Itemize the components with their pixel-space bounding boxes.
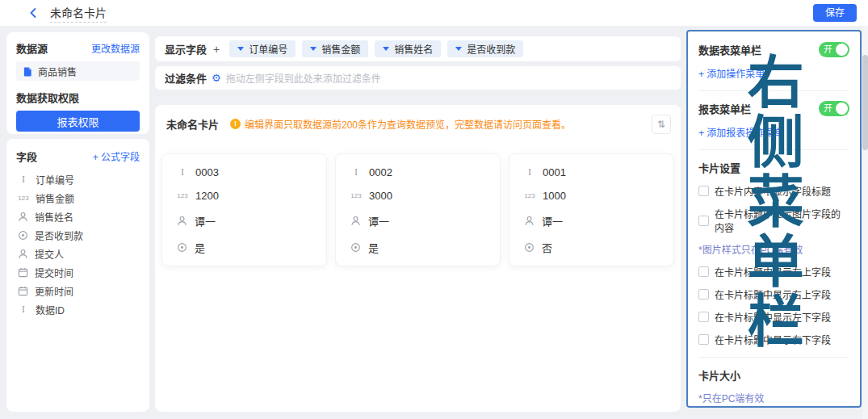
- checkbox-row: 在卡片内容中显示字段标题: [698, 184, 849, 198]
- add-action-menu-link[interactable]: + 添加操作菜单: [698, 66, 849, 80]
- checkbox[interactable]: [698, 334, 709, 345]
- datasource-item[interactable]: 商品销售: [16, 61, 140, 81]
- checkbox-label: 在卡片内容中显示字段标题: [715, 184, 831, 198]
- save-button[interactable]: 保存: [813, 4, 857, 22]
- field-label: 销售金额: [36, 191, 74, 205]
- preview-card[interactable]: I00011231000谭一否: [509, 153, 674, 266]
- card-field-row: I0003: [177, 166, 312, 178]
- divider: [698, 90, 849, 91]
- scrollbar-thumb[interactable]: [862, 55, 868, 150]
- divider: [698, 149, 849, 150]
- field-item[interactable]: 销售姓名: [16, 207, 140, 226]
- card-field-row: 是: [350, 240, 485, 255]
- card-field-value: 谭一: [195, 213, 216, 228]
- page-title[interactable]: 未命名卡片: [50, 4, 107, 23]
- card-field-value: 0001: [543, 166, 566, 178]
- add-display-field-button[interactable]: +: [213, 43, 220, 56]
- fields-title: 字段: [16, 149, 37, 164]
- change-datasource-link[interactable]: 更改数据源: [91, 41, 140, 55]
- card-field-row: 1233000: [350, 190, 485, 202]
- card-field-row: 谭一: [177, 213, 312, 228]
- checkbox[interactable]: [698, 216, 709, 226]
- card-field-value: 是: [195, 240, 205, 255]
- field-item[interactable]: 更新时间: [16, 282, 140, 300]
- caret-down-icon: [383, 47, 389, 51]
- checkbox-label: 在卡片标题中显示左下字段: [715, 310, 831, 324]
- checkbox-row: 在卡片标题中显示右下字段: [698, 333, 849, 346]
- preview-notice-text: 编辑界面只取数据源前200条作为查询数据预览，完整数据请访问页面查看。: [245, 117, 571, 131]
- checkbox-row: 在卡片标题中显示左上字段: [698, 265, 849, 279]
- display-field-chip[interactable]: 是否收到款: [447, 40, 523, 57]
- settings-panel: 数据表菜单栏 开 + 添加操作菜单 报表菜单栏 开 + 添加报表操作菜单 卡片设…: [686, 30, 862, 408]
- report-menu-toggle[interactable]: 开: [819, 101, 849, 116]
- person-icon: [177, 216, 187, 226]
- fields-panel: 字段 + 公式字段 I订单编号123销售金额销售姓名是否收到款提交人提交时间更新…: [6, 139, 149, 412]
- card-editor-page: 未命名卡片 保存 数据源 更改数据源 商品销售 数据获取权限 报表权限 字段 +…: [0, 0, 868, 419]
- text-icon: I: [524, 166, 535, 178]
- person-icon: [350, 216, 361, 226]
- toggle-knob: [836, 103, 848, 115]
- card-size-title: 卡片大小: [698, 367, 849, 383]
- number-icon: 123: [177, 192, 188, 199]
- display-field-chip[interactable]: 销售金额: [302, 40, 368, 57]
- field-label: 数据ID: [36, 303, 65, 316]
- card-field-value: 0003: [195, 166, 219, 178]
- report-permission-button[interactable]: 报表权限: [16, 111, 140, 132]
- field-item[interactable]: 提交时间: [16, 263, 140, 282]
- display-field-chip-list: 订单编号销售金额销售姓名是否收到款: [229, 40, 523, 57]
- card-field-value: 否: [542, 240, 552, 255]
- checkbox-row: 在卡片标题中显示右上字段: [698, 287, 849, 301]
- gear-icon[interactable]: ⚙: [212, 72, 221, 84]
- card-field-row: 否: [524, 240, 659, 255]
- chip-label: 是否收到款: [467, 42, 515, 56]
- checkbox[interactable]: [698, 186, 709, 196]
- card-field-value: 谭一: [368, 213, 389, 228]
- back-button[interactable]: [27, 7, 39, 19]
- image-style-note: *图片样式只在PC端有效: [698, 242, 849, 256]
- number-icon: 123: [524, 192, 535, 199]
- calendar-icon: [18, 267, 28, 278]
- card-field-value: 谭一: [542, 213, 563, 228]
- caret-down-icon: [237, 47, 244, 51]
- sort-button[interactable]: ⇅: [652, 115, 671, 134]
- chevron-left-icon: [27, 7, 39, 19]
- preview-card[interactable]: I00031231200谭一是: [161, 153, 327, 266]
- checkbox-label: 在卡片标题中显示右下字段: [715, 333, 831, 346]
- chip-label: 订单编号: [249, 42, 287, 56]
- card-field-value: 3000: [369, 190, 392, 202]
- field-item[interactable]: 提交人: [16, 245, 140, 263]
- card-field-row: 1231000: [524, 190, 659, 202]
- warning-icon: !: [230, 119, 241, 129]
- person-icon: [18, 249, 28, 259]
- checkbox-row: 在卡片标题中显示图片字段的内容: [698, 207, 849, 234]
- field-item[interactable]: I数据ID: [16, 300, 140, 319]
- add-formula-field-link[interactable]: + 公式字段: [93, 149, 140, 163]
- table-menu-toggle[interactable]: 开: [819, 42, 849, 57]
- checkbox-label: 在卡片标题中显示右上字段: [715, 287, 831, 301]
- display-field-chip[interactable]: 订单编号: [229, 40, 296, 57]
- radio-icon: [524, 242, 535, 253]
- preview-card[interactable]: I00021233000谭一是: [335, 153, 501, 266]
- checkbox[interactable]: [698, 312, 709, 322]
- card-field-value: 1000: [543, 190, 566, 202]
- number-icon: 123: [350, 192, 362, 199]
- checkbox[interactable]: [698, 289, 709, 300]
- field-item[interactable]: I订单编号: [16, 170, 140, 189]
- preview-card-list: I00031231200谭一是I00021233000谭一是I000112310…: [161, 153, 674, 266]
- text-icon: I: [350, 166, 362, 178]
- checkbox[interactable]: [698, 266, 709, 277]
- card-settings-checkboxes-top: 在卡片内容中显示字段标题在卡片标题中显示图片字段的内容: [698, 184, 849, 234]
- text-icon: I: [18, 174, 29, 186]
- datasource-name: 商品销售: [38, 65, 77, 78]
- display-field-chip[interactable]: 销售姓名: [375, 40, 441, 57]
- radio-icon: [18, 230, 28, 241]
- add-report-menu-link[interactable]: + 添加报表操作菜单: [698, 125, 849, 139]
- card-field-value: 1200: [195, 190, 219, 202]
- field-item[interactable]: 是否收到款: [16, 226, 140, 245]
- caret-down-icon: [455, 47, 462, 51]
- filter-bar[interactable]: 过滤条件 ⚙ 拖动左侧字段到此处来添加过滤条件: [155, 66, 681, 90]
- card-field-value: 0002: [369, 166, 392, 178]
- field-item[interactable]: 123销售金额: [16, 189, 140, 207]
- divider: [698, 357, 849, 358]
- card-settings-checkboxes-bottom: 在卡片标题中显示左上字段在卡片标题中显示右上字段在卡片标题中显示左下字段在卡片标…: [698, 265, 849, 346]
